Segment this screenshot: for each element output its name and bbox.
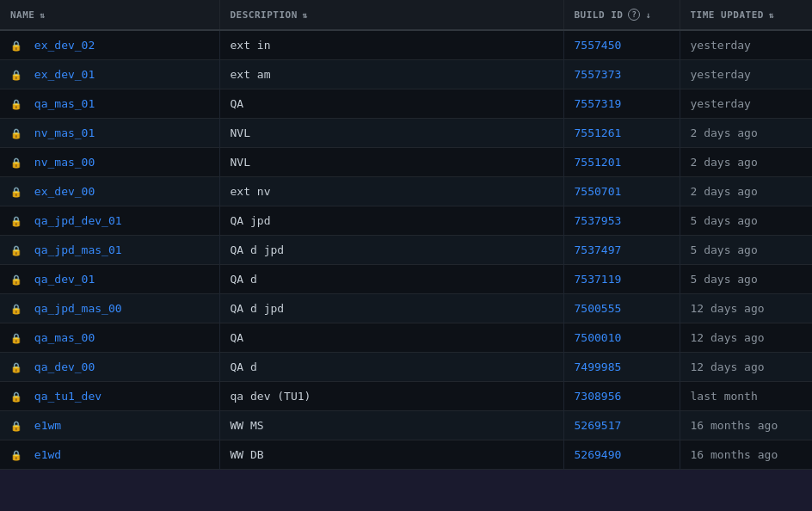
cell-description: WW MS xyxy=(219,411,563,440)
cell-build-id: 7557319 xyxy=(563,89,680,119)
environment-name-link[interactable]: ex_dev_00 xyxy=(34,185,95,198)
cell-description: ext am xyxy=(219,60,563,89)
cell-name: 🔒 qa_jpd_mas_01 xyxy=(0,236,219,265)
description-text: QA d jpd xyxy=(231,302,285,315)
lock-icon: 🔒 xyxy=(10,421,22,432)
cell-build-id: 7551201 xyxy=(563,148,680,177)
cell-build-id: 7500555 xyxy=(563,294,680,323)
environment-name-link[interactable]: ex_dev_02 xyxy=(34,39,95,52)
cell-name: 🔒 qa_dev_00 xyxy=(0,353,219,382)
name-sort-icon[interactable]: ⇅ xyxy=(40,10,46,20)
cell-description: qa dev (TU1) xyxy=(219,382,563,411)
environment-name-link[interactable]: e1wd xyxy=(34,448,61,461)
description-text: QA d xyxy=(231,360,257,373)
cell-time-updated: 5 days ago xyxy=(680,206,812,236)
lock-icon: 🔒 xyxy=(10,450,22,461)
cell-time-updated: 2 days ago xyxy=(680,119,812,148)
build-id-link[interactable]: 7551201 xyxy=(575,156,622,169)
table-row: 🔒 qa_jpd_mas_01 QA d jpd75374975 days ag… xyxy=(0,236,812,265)
build-id-link[interactable]: 7557450 xyxy=(575,39,622,52)
environment-name-link[interactable]: qa_jpd_mas_00 xyxy=(34,302,122,315)
lock-icon: 🔒 xyxy=(10,216,22,227)
lock-icon: 🔒 xyxy=(10,70,22,81)
cell-time-updated: 12 days ago xyxy=(680,294,812,323)
build-sort-icon[interactable]: ↓ xyxy=(645,10,651,20)
desc-sort-icon[interactable]: ⇅ xyxy=(303,10,309,20)
build-id-link[interactable]: 5269517 xyxy=(575,419,622,432)
cell-build-id: 7550701 xyxy=(563,177,680,206)
cell-name: 🔒 ex_dev_02 xyxy=(0,30,219,60)
lock-icon: 🔒 xyxy=(10,245,22,256)
environment-name-link[interactable]: qa_mas_00 xyxy=(34,331,95,344)
description-text: WW MS xyxy=(231,419,264,432)
col-desc-label: DESCRIPTION xyxy=(231,9,298,21)
description-text: NVL xyxy=(231,126,250,139)
description-text: ext am xyxy=(231,68,271,81)
build-id-link[interactable]: 7537497 xyxy=(575,243,622,256)
cell-build-id: 7551261 xyxy=(563,119,680,148)
cell-time-updated: 16 months ago xyxy=(680,411,812,440)
table-header-row: NAME ⇅ DESCRIPTION ⇅ BUILD ID ? ↓ xyxy=(0,0,812,30)
cell-build-id: 7537497 xyxy=(563,236,680,265)
description-text: QA jpd xyxy=(231,214,271,227)
description-text: QA xyxy=(231,331,244,344)
col-header-description[interactable]: DESCRIPTION ⇅ xyxy=(219,0,563,30)
cell-build-id: 7537953 xyxy=(563,206,680,236)
environment-name-link[interactable]: qa_jpd_mas_01 xyxy=(34,243,122,256)
cell-name: 🔒 qa_mas_01 xyxy=(0,89,219,119)
environment-name-link[interactable]: ex_dev_01 xyxy=(34,68,95,81)
table-row: 🔒 nv_mas_01 NVL75512612 days ago xyxy=(0,119,812,148)
environment-name-link[interactable]: qa_dev_01 xyxy=(34,273,95,286)
cell-build-id: 7500010 xyxy=(563,323,680,353)
time-sort-icon[interactable]: ⇅ xyxy=(769,10,775,20)
cell-description: ext nv xyxy=(219,177,563,206)
environment-name-link[interactable]: qa_dev_00 xyxy=(34,360,95,373)
col-header-build-id[interactable]: BUILD ID ? ↓ xyxy=(563,0,680,30)
build-id-link[interactable]: 7537953 xyxy=(575,214,622,227)
cell-build-id: 5269490 xyxy=(563,440,680,470)
table-row: 🔒 ex_dev_00 ext nv75507012 days ago xyxy=(0,177,812,206)
environment-name-link[interactable]: nv_mas_01 xyxy=(34,126,95,139)
description-text: WW DB xyxy=(231,448,264,461)
table-row: 🔒 qa_tu1_dev qa dev (TU1)7308956last mon… xyxy=(0,382,812,411)
description-text: ext in xyxy=(231,39,271,52)
build-id-link[interactable]: 7537119 xyxy=(575,273,622,286)
col-header-time-updated[interactable]: TIME UPDATED ⇅ xyxy=(680,0,812,30)
build-id-link[interactable]: 7550701 xyxy=(575,185,622,198)
build-id-link[interactable]: 7557319 xyxy=(575,97,622,110)
cell-name: 🔒 qa_jpd_dev_01 xyxy=(0,206,219,236)
build-id-link[interactable]: 7308956 xyxy=(575,390,622,403)
build-id-link[interactable]: 7500010 xyxy=(575,331,622,344)
environment-name-link[interactable]: e1wm xyxy=(34,419,61,432)
build-id-link[interactable]: 7557373 xyxy=(575,68,622,81)
cell-time-updated: 2 days ago xyxy=(680,177,812,206)
build-id-link[interactable]: 7499985 xyxy=(575,360,622,373)
col-header-name[interactable]: NAME ⇅ xyxy=(0,0,219,30)
lock-icon: 🔒 xyxy=(10,333,22,344)
col-time-label: TIME UPDATED xyxy=(691,9,764,21)
time-updated-text: 12 days ago xyxy=(691,331,765,344)
table-row: 🔒 e1wd WW DB526949016 months ago xyxy=(0,440,812,470)
cell-description: QA d xyxy=(219,265,563,294)
cell-description: QA d jpd xyxy=(219,294,563,323)
environment-name-link[interactable]: qa_tu1_dev xyxy=(34,390,102,403)
environment-name-link[interactable]: qa_mas_01 xyxy=(34,97,95,110)
environment-name-link[interactable]: nv_mas_00 xyxy=(34,156,95,169)
table-row: 🔒 qa_dev_01 QA d75371195 days ago xyxy=(0,265,812,294)
build-id-info-icon[interactable]: ? xyxy=(628,9,640,21)
cell-name: 🔒 ex_dev_01 xyxy=(0,60,219,89)
time-updated-text: 16 months ago xyxy=(691,448,778,461)
lock-icon: 🔒 xyxy=(10,157,22,169)
time-updated-text: 5 days ago xyxy=(691,243,758,256)
cell-name: 🔒 qa_mas_00 xyxy=(0,323,219,353)
col-name-label: NAME xyxy=(10,9,35,21)
description-text: QA d xyxy=(231,273,257,286)
environments-table: NAME ⇅ DESCRIPTION ⇅ BUILD ID ? ↓ xyxy=(0,0,812,470)
description-text: QA d jpd xyxy=(231,243,285,256)
cell-description: ext in xyxy=(219,30,563,60)
environment-name-link[interactable]: qa_jpd_dev_01 xyxy=(34,214,122,227)
build-id-link[interactable]: 5269490 xyxy=(575,448,622,461)
build-id-link[interactable]: 7500555 xyxy=(575,302,622,315)
lock-icon: 🔒 xyxy=(10,304,22,315)
build-id-link[interactable]: 7551261 xyxy=(575,126,622,139)
